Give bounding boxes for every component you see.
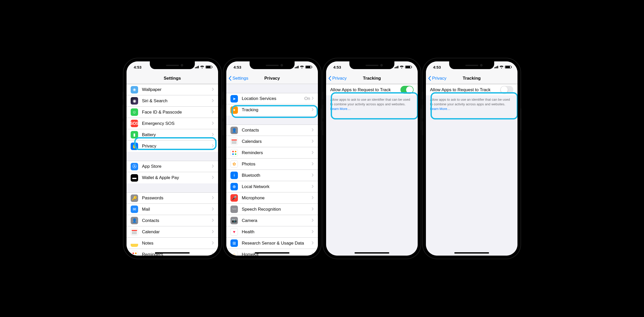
siri-icon: ◉ [131,97,138,105]
row-mail[interactable]: ✉Mail [127,204,218,215]
health-icon: ♥ [230,228,238,236]
sos-icon: SOS [131,120,138,127]
row-sos[interactable]: SOSEmergency SOS [127,118,218,129]
row-speech[interactable]: 〰Speech Recognition [226,204,318,215]
wallpaper-icon: ❀ [131,86,138,94]
nav-title: Tracking [463,76,481,81]
row-calendar[interactable]: Calendar [127,226,218,238]
row-battery[interactable]: ▮Battery [127,129,218,141]
wifi-icon [300,66,304,69]
row-photos[interactable]: ✿Photos [226,158,318,170]
row-microphone[interactable]: 🎤Microphone [226,192,318,204]
home-indicator[interactable] [255,252,290,254]
localnetwork-icon: ⊕ [230,183,238,190]
tracking-toggle[interactable] [500,86,513,94]
calendar-icon [131,228,138,236]
phone-frame-3: 4:53 Privacy Tracking Allow Apps to Requ… [323,58,421,259]
row-research[interactable]: ⊞Research Sensor & Usage Data [226,238,318,249]
row-tracking[interactable]: ✦Tracking [226,104,318,116]
footer-description: Allow apps to ask to use an identifier t… [326,95,418,114]
nav-title: Tracking [363,76,381,81]
row-allow-tracking[interactable]: Allow Apps to Request to Track [426,84,517,95]
row-reminders[interactable]: Reminders [226,147,318,158]
nav-title: Privacy [264,76,280,81]
cellular-signal-icon [195,66,199,68]
chevron-right-icon [212,87,214,92]
row-localnetwork[interactable]: ⊕Local Network [226,181,318,192]
privacy-list[interactable]: ➤Location ServicesOn ✦Tracking 👤Contacts… [226,84,318,256]
privacy-icon: ✋ [131,143,138,150]
nav-bar: Settings [127,73,218,84]
home-indicator[interactable] [355,252,389,254]
cellular-signal-icon [395,66,398,68]
battery-icon [405,66,412,69]
row-wallet[interactable]: ▬Wallet & Apple Pay [127,172,218,183]
learn-more-link[interactable]: Learn More… [430,107,450,111]
row-notes[interactable]: Notes [127,238,218,249]
settings-list[interactable]: ❀Wallpaper ◉Siri & Search ☺Face ID & Pas… [127,84,218,256]
status-time: 4:53 [433,65,441,69]
toggle-label: Allow Apps to Request to Track [430,87,500,92]
back-button[interactable]: Privacy [428,76,446,81]
home-indicator[interactable] [155,252,190,254]
row-calendars[interactable]: Calendars [226,136,318,147]
cellular-signal-icon [494,66,498,68]
row-contacts[interactable]: 👤Contacts [127,215,218,226]
phone-frame-1: 4:53 Settings ❀Wallpaper ◉Siri & Search … [123,58,221,259]
row-faceid[interactable]: ☺Face ID & Passcode [127,107,218,118]
contacts-icon: 👤 [230,127,238,134]
notes-icon [131,239,138,247]
calendars-icon [230,138,238,145]
wifi-icon [499,66,504,69]
camera-icon: 📷 [230,217,238,224]
row-appstore[interactable]: ⒶApp Store [127,161,218,172]
tracking-toggle[interactable] [400,86,414,94]
battery-icon [205,66,212,69]
back-button[interactable]: Settings [228,76,248,81]
row-wallpaper[interactable]: ❀Wallpaper [127,84,218,95]
battery-settings-icon: ▮ [131,131,138,138]
status-time: 4:53 [134,65,141,69]
notch [150,61,195,69]
status-time: 4:53 [234,65,241,69]
location-icon: ➤ [230,95,238,102]
learn-more-link[interactable]: Learn More… [330,107,351,111]
status-time: 4:53 [333,65,341,69]
passwords-icon: 🔑 [131,194,138,202]
nav-title: Settings [164,76,181,81]
wifi-icon [400,66,404,69]
phone-frame-2: 4:53 Settings Privacy ➤Location Services… [223,58,321,259]
row-bluetooth[interactable]: ᚼBluetooth [226,170,318,181]
home-indicator[interactable] [454,252,489,254]
phone-frame-4: 4:53 Privacy Tracking Allow Apps to Requ… [423,58,521,259]
cellular-signal-icon [295,66,299,68]
wallet-icon: ▬ [131,174,138,182]
wifi-icon [200,66,204,69]
row-contacts[interactable]: 👤Contacts [226,125,318,136]
reminders-icon [131,251,138,256]
bluetooth-icon: ᚼ [230,172,238,179]
appstore-icon: Ⓐ [131,163,138,170]
nav-bar: Privacy Tracking [326,73,418,84]
row-allow-tracking[interactable]: Allow Apps to Request to Track [326,84,418,95]
homekit-icon: ⌂ [230,251,238,256]
contacts-icon: 👤 [131,217,138,224]
speech-icon: 〰 [230,206,238,213]
tracking-content: Allow Apps to Request to Track Allow app… [426,84,517,256]
reminders-icon [230,149,238,156]
row-siri[interactable]: ◉Siri & Search [127,95,218,107]
toggle-label: Allow Apps to Request to Track [330,87,400,92]
faceid-icon: ☺ [131,108,138,116]
mail-icon: ✉ [131,206,138,213]
photos-icon: ✿ [230,160,238,168]
row-location-services[interactable]: ➤Location ServicesOn [226,93,318,104]
row-passwords[interactable]: 🔑Passwords [127,192,218,204]
back-button[interactable]: Privacy [328,76,347,81]
row-camera[interactable]: 📷Camera [226,215,318,226]
microphone-icon: 🎤 [230,194,238,202]
nav-bar: Settings Privacy [226,73,318,84]
battery-icon [505,66,511,69]
row-health[interactable]: ♥Health [226,226,318,238]
tracking-content: Allow Apps to Request to Track Allow app… [326,84,418,256]
row-privacy[interactable]: ✋Privacy [127,141,218,152]
